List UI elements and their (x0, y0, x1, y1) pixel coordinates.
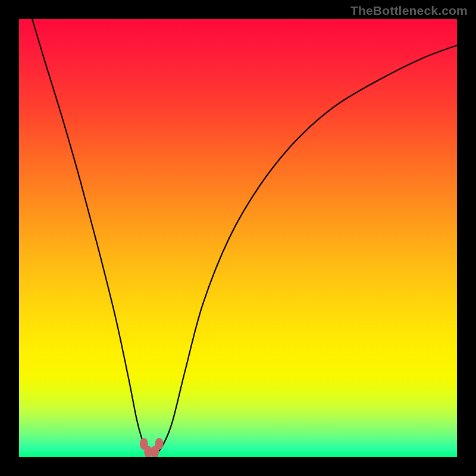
bottleneck-curve-svg (19, 19, 457, 457)
plot-area (19, 19, 457, 457)
bottleneck-curve (32, 19, 457, 453)
chart-frame: TheBottleneck.com (0, 0, 476, 476)
watermark-text: TheBottleneck.com (350, 4, 468, 18)
min-marker-cluster (140, 438, 164, 457)
min-marker (155, 438, 164, 450)
